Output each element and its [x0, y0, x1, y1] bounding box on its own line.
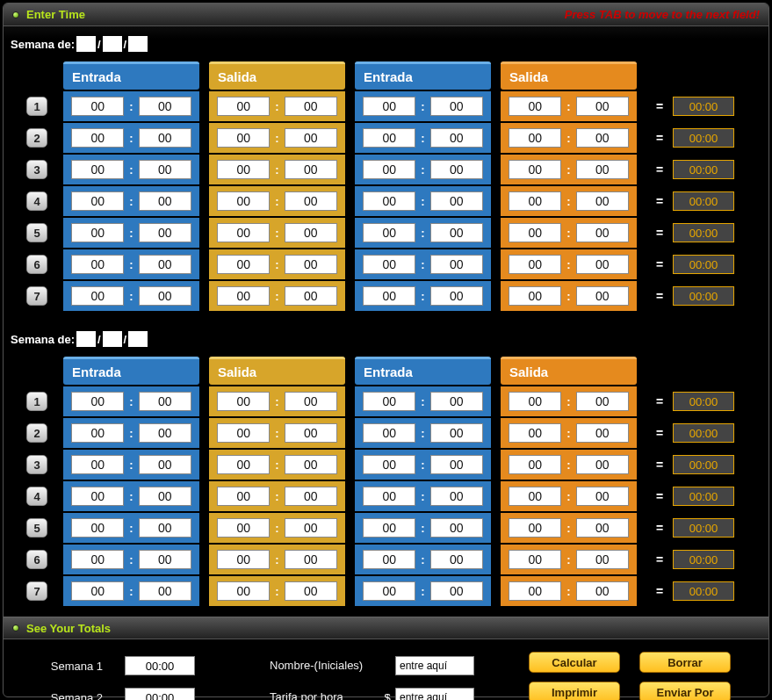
hour-input[interactable]	[71, 392, 124, 411]
calculate-button[interactable]: Calcular	[529, 652, 620, 673]
date-part-input[interactable]	[103, 36, 122, 52]
hour-input[interactable]	[509, 487, 561, 506]
minute-input[interactable]	[576, 518, 629, 538]
rate-input[interactable]	[395, 688, 474, 700]
minute-input[interactable]	[139, 392, 191, 411]
date-part-input[interactable]	[103, 331, 122, 347]
hour-input[interactable]	[509, 255, 561, 274]
week2-total-input[interactable]	[125, 688, 195, 700]
minute-input[interactable]	[430, 255, 483, 274]
hour-input[interactable]	[217, 487, 270, 506]
hour-input[interactable]	[71, 223, 124, 242]
minute-input[interactable]	[139, 550, 191, 569]
minute-input[interactable]	[576, 423, 629, 443]
hour-input[interactable]	[509, 518, 561, 538]
hour-input[interactable]	[217, 581, 270, 601]
hour-input[interactable]	[71, 286, 124, 306]
hour-input[interactable]	[71, 191, 124, 211]
minute-input[interactable]	[285, 286, 337, 306]
minute-input[interactable]	[285, 455, 337, 474]
minute-input[interactable]	[430, 550, 483, 569]
hour-input[interactable]	[363, 128, 415, 148]
hour-input[interactable]	[217, 128, 270, 148]
hour-input[interactable]	[363, 550, 415, 569]
send-button[interactable]: Enviar Por	[639, 682, 731, 700]
hour-input[interactable]	[363, 223, 415, 242]
minute-input[interactable]	[139, 581, 191, 601]
minute-input[interactable]	[285, 423, 337, 443]
minute-input[interactable]	[576, 487, 629, 506]
minute-input[interactable]	[576, 255, 629, 274]
hour-input[interactable]	[217, 286, 270, 306]
minute-input[interactable]	[430, 97, 483, 116]
hour-input[interactable]	[363, 191, 415, 211]
minute-input[interactable]	[285, 97, 337, 116]
hour-input[interactable]	[217, 550, 270, 569]
minute-input[interactable]	[139, 487, 191, 506]
minute-input[interactable]	[576, 581, 629, 601]
minute-input[interactable]	[576, 223, 629, 242]
hour-input[interactable]	[363, 286, 415, 306]
minute-input[interactable]	[430, 286, 483, 306]
minute-input[interactable]	[285, 128, 337, 148]
hour-input[interactable]	[363, 581, 415, 601]
minute-input[interactable]	[576, 392, 629, 411]
hour-input[interactable]	[217, 255, 270, 274]
clear-button[interactable]: Borrar	[639, 652, 731, 673]
hour-input[interactable]	[71, 550, 124, 569]
minute-input[interactable]	[285, 191, 337, 211]
hour-input[interactable]	[509, 128, 561, 148]
minute-input[interactable]	[285, 550, 337, 569]
hour-input[interactable]	[71, 160, 124, 179]
hour-input[interactable]	[509, 581, 561, 601]
minute-input[interactable]	[285, 487, 337, 506]
hour-input[interactable]	[217, 160, 270, 179]
minute-input[interactable]	[139, 455, 191, 474]
minute-input[interactable]	[430, 392, 483, 411]
hour-input[interactable]	[217, 518, 270, 538]
minute-input[interactable]	[430, 223, 483, 242]
minute-input[interactable]	[576, 97, 629, 116]
hour-input[interactable]	[363, 455, 415, 474]
hour-input[interactable]	[509, 392, 561, 411]
minute-input[interactable]	[430, 191, 483, 211]
hour-input[interactable]	[363, 97, 415, 116]
minute-input[interactable]	[430, 455, 483, 474]
hour-input[interactable]	[217, 392, 270, 411]
minute-input[interactable]	[430, 160, 483, 179]
hour-input[interactable]	[363, 487, 415, 506]
hour-input[interactable]	[509, 455, 561, 474]
minute-input[interactable]	[576, 128, 629, 148]
minute-input[interactable]	[285, 223, 337, 242]
minute-input[interactable]	[139, 160, 191, 179]
minute-input[interactable]	[576, 160, 629, 179]
minute-input[interactable]	[139, 423, 191, 443]
hour-input[interactable]	[509, 286, 561, 306]
week1-total-input[interactable]	[125, 656, 195, 675]
hour-input[interactable]	[217, 191, 270, 211]
hour-input[interactable]	[363, 518, 415, 538]
date-part-input[interactable]	[128, 331, 148, 347]
minute-input[interactable]	[430, 487, 483, 506]
hour-input[interactable]	[71, 518, 124, 538]
hour-input[interactable]	[509, 191, 561, 211]
hour-input[interactable]	[363, 160, 415, 179]
hour-input[interactable]	[363, 255, 415, 274]
minute-input[interactable]	[576, 455, 629, 474]
date-part-input[interactable]	[128, 36, 148, 52]
minute-input[interactable]	[285, 581, 337, 601]
hour-input[interactable]	[509, 223, 561, 242]
minute-input[interactable]	[576, 286, 629, 306]
print-button[interactable]: Imprimir	[529, 682, 620, 700]
hour-input[interactable]	[363, 423, 415, 443]
name-input[interactable]	[395, 656, 474, 675]
hour-input[interactable]	[509, 550, 561, 569]
minute-input[interactable]	[139, 255, 191, 274]
minute-input[interactable]	[285, 518, 337, 538]
minute-input[interactable]	[430, 128, 483, 148]
minute-input[interactable]	[139, 286, 191, 306]
hour-input[interactable]	[71, 581, 124, 601]
minute-input[interactable]	[139, 223, 191, 242]
minute-input[interactable]	[285, 255, 337, 274]
minute-input[interactable]	[139, 128, 191, 148]
